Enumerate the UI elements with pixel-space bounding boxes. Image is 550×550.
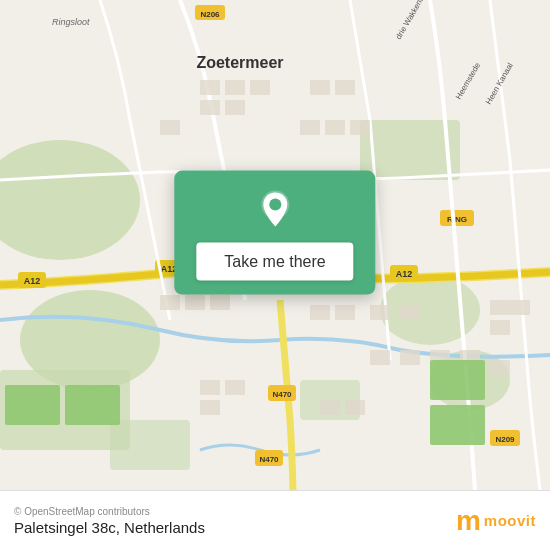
svg-text:A12: A12 (24, 276, 41, 286)
svg-rect-49 (225, 380, 245, 395)
svg-rect-44 (370, 350, 390, 365)
moovit-m-icon: m (456, 505, 480, 537)
svg-rect-35 (325, 120, 345, 135)
svg-rect-29 (200, 100, 220, 115)
svg-rect-39 (210, 295, 230, 310)
svg-rect-59 (430, 360, 485, 400)
svg-rect-32 (335, 80, 355, 95)
map-container: A12 A12 A12 N470 N470 N209 RING N206 Rin… (0, 0, 550, 490)
svg-text:N470: N470 (259, 455, 279, 464)
svg-rect-31 (310, 80, 330, 95)
svg-rect-40 (310, 305, 330, 320)
svg-rect-27 (225, 80, 245, 95)
svg-rect-50 (200, 400, 220, 415)
svg-rect-52 (345, 400, 365, 415)
svg-rect-45 (400, 350, 420, 365)
svg-rect-36 (350, 120, 370, 135)
svg-rect-28 (250, 80, 270, 95)
svg-rect-54 (510, 300, 530, 315)
take-me-there-button[interactable]: Take me there (196, 243, 353, 281)
location-pin-icon (253, 189, 297, 233)
svg-rect-60 (430, 405, 485, 445)
svg-rect-30 (225, 100, 245, 115)
svg-text:Ringsloot: Ringsloot (52, 17, 90, 27)
footer: © OpenStreetMap contributors Paletsingel… (0, 490, 550, 550)
svg-rect-56 (490, 360, 510, 375)
svg-text:RING: RING (447, 215, 467, 224)
svg-rect-37 (160, 295, 180, 310)
svg-rect-41 (335, 305, 355, 320)
svg-text:Zoetermeer: Zoetermeer (196, 54, 283, 71)
svg-text:N206: N206 (200, 10, 220, 19)
action-card: Take me there (174, 171, 375, 295)
svg-rect-26 (200, 80, 220, 95)
svg-rect-55 (490, 320, 510, 335)
svg-text:N470: N470 (272, 390, 292, 399)
svg-point-5 (380, 275, 480, 345)
footer-left: © OpenStreetMap contributors Paletsingel… (14, 506, 205, 536)
moovit-logo: m moovit (456, 505, 536, 537)
svg-rect-34 (300, 120, 320, 135)
address-text: Paletsingel 38c, Netherlands (14, 519, 205, 536)
copyright-text: © OpenStreetMap contributors (14, 506, 205, 517)
svg-rect-51 (320, 400, 340, 415)
svg-rect-48 (200, 380, 220, 395)
svg-rect-57 (5, 385, 60, 425)
svg-point-66 (269, 199, 281, 211)
svg-rect-33 (160, 120, 180, 135)
moovit-logo-text: moovit (484, 512, 536, 529)
svg-rect-42 (370, 305, 390, 320)
svg-rect-7 (110, 420, 190, 470)
svg-rect-38 (185, 295, 205, 310)
svg-rect-43 (400, 305, 420, 320)
svg-rect-58 (65, 385, 120, 425)
svg-text:N209: N209 (495, 435, 515, 444)
svg-text:A12: A12 (396, 269, 413, 279)
svg-rect-53 (490, 300, 510, 315)
